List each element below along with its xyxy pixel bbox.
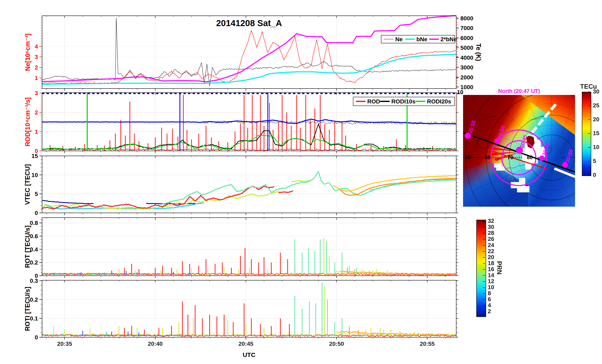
svg-text:7000: 7000: [460, 25, 473, 31]
svg-text:6000: 6000: [460, 35, 473, 41]
colorbar-tick: [483, 263, 485, 264]
svg-text:2: 2: [35, 64, 38, 71]
svg-text:8000: 8000: [460, 15, 473, 21]
latitude-label: 50: [465, 154, 471, 160]
colorbar-tick-label: 26: [488, 236, 494, 242]
colorbar-tick: [588, 147, 590, 148]
colorbar-tick-label: 10: [593, 144, 599, 150]
svg-text:RODI20s: RODI20s: [427, 98, 451, 105]
colorbar-tick-label: 4: [488, 302, 491, 309]
no-data-slash-2: [554, 169, 575, 177]
latitude-label: 60: [485, 154, 490, 160]
svg-text:2*bNe: 2*bNe: [441, 36, 457, 43]
colorbar-tick: [483, 305, 485, 306]
legend-panel-1: RODRODI10sRODI20s: [353, 97, 455, 106]
tecu-colorbar: [582, 92, 591, 176]
svg-text:ROD: ROD: [367, 98, 380, 105]
track-time-label: 20:50: [496, 125, 506, 139]
colorbar-tick-label: 16: [488, 266, 494, 273]
svg-text:1: 1: [35, 75, 38, 81]
track-dot-1: [494, 138, 500, 144]
colorbar-tick: [588, 106, 590, 106]
xlabel-utc: UTC: [243, 351, 256, 358]
track-dot-0: [465, 133, 471, 139]
colorbar-tick-label: 18: [488, 260, 494, 267]
svg-text:0: 0: [35, 334, 38, 341]
x-axis-labels: 20:3520:4020:4520:5020:55: [57, 341, 435, 347]
colorbar-tick-label: 12: [488, 278, 494, 285]
prn-colorbar-title: PRN: [495, 261, 503, 274]
svg-text:2000: 2000: [460, 74, 473, 81]
ylabel-rod: ROD[10⁴cm⁻³/s]: [24, 97, 32, 147]
prn-colorbar-gradient: [477, 220, 486, 317]
panel-3: 00.20.40.60.8: [30, 218, 458, 279]
colorbar-tick-label: 24: [488, 242, 494, 248]
colorbar-tick-label: 10: [488, 284, 494, 291]
colorbar-tick: [483, 281, 485, 282]
svg-text:3: 3: [35, 90, 38, 96]
colorbar-tick: [483, 227, 485, 227]
colorbar-tick: [483, 287, 485, 288]
colorbar-tick-label: 2: [488, 308, 491, 315]
svg-text:2: 2: [35, 109, 38, 116]
colorbar-tick-label: 28: [488, 230, 494, 236]
rod-right-top-label: 10: [457, 89, 463, 96]
latitude-label: 70: [507, 154, 513, 160]
colorbar-tick: [588, 133, 590, 134]
colorbar-tick-label: 0: [593, 172, 596, 178]
track-dot-4: [562, 162, 568, 168]
panel-2: 051015: [32, 153, 458, 216]
svg-text:1: 1: [35, 128, 38, 135]
svg-text:bNe: bNe: [416, 36, 427, 43]
colorbar-tick-label: 22: [488, 248, 494, 255]
colorbar-tick: [588, 175, 590, 175]
colorbar-tick-label: 32: [488, 218, 494, 224]
track-time-label: 20:35: [564, 149, 574, 163]
ylabel-vtec: VTEC [TECU]: [24, 164, 31, 205]
colorbar-tick: [483, 239, 485, 239]
colorbar-tick-label: 20: [593, 116, 599, 123]
colorbar-tick: [588, 119, 590, 120]
svg-text:20:45: 20:45: [238, 341, 253, 347]
track-dot-3: [539, 155, 545, 161]
colorbar-tick: [483, 299, 485, 300]
panel-4: 00.10.20.3: [30, 278, 458, 341]
ylabel-rot: ROT [TECU/s]: [24, 225, 31, 268]
colorbar-tick: [483, 311, 485, 312]
colorbar-tick: [483, 233, 485, 233]
svg-text:Ne: Ne: [395, 36, 403, 43]
colorbar-tick-label: 15: [593, 130, 599, 137]
svg-text:RODI10s: RODI10s: [391, 98, 416, 105]
svg-text:20:50: 20:50: [329, 341, 344, 347]
latitude-label: 80: [527, 154, 533, 160]
colorbar-tick-label: 6: [488, 296, 491, 303]
svg-text:20:35: 20:35: [57, 341, 72, 347]
prn-colorbar: [476, 220, 486, 317]
track-time-label: 20:55: [467, 120, 476, 134]
colorbar-tick: [588, 161, 590, 161]
ylabel-te: Te (K): [475, 43, 482, 61]
colorbar-tick-label: 25: [593, 102, 599, 109]
colorbar-tick: [588, 92, 590, 92]
map-overlay: 20:5520:5020:4520:4020:3550607080: [463, 95, 575, 207]
colorbar-tick-label: 14: [488, 272, 494, 278]
colorbar-tick-label: 20: [488, 254, 494, 261]
colorbar-tick-label: 8: [488, 290, 491, 297]
svg-text:5: 5: [35, 191, 38, 197]
svg-text:3000: 3000: [460, 64, 473, 71]
colorbar-tick: [483, 269, 485, 270]
tecu-colorbar-gradient: [582, 92, 591, 176]
colorbar-tick: [483, 257, 485, 258]
tec-map: 20:5520:5020:4520:4020:3550607080: [463, 95, 575, 207]
panel-1: 0123RODRODI10sRODI20s: [35, 90, 462, 154]
colorbar-tick-label: 30: [593, 88, 599, 95]
svg-text:0: 0: [35, 210, 38, 216]
svg-text:4: 4: [35, 43, 38, 50]
svg-text:0.3: 0.3: [30, 278, 38, 284]
svg-text:15: 15: [32, 153, 38, 159]
figure-root: 123410002000300040005000600070008000NebN…: [0, 0, 602, 364]
map-title: North (20:47 UT): [498, 88, 540, 94]
svg-text:20:40: 20:40: [148, 341, 163, 347]
legend-panel-0: NebNe2*bNe: [381, 35, 457, 43]
colorbar-tick: [483, 251, 485, 252]
